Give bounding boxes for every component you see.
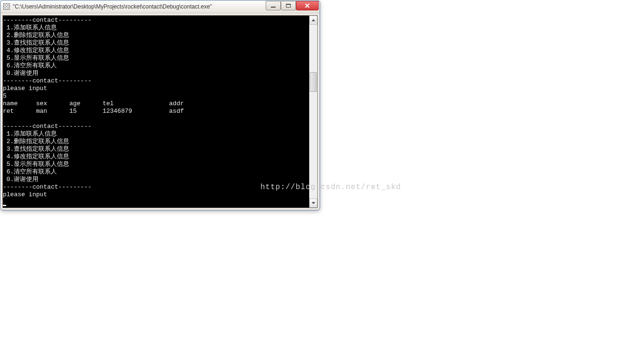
cursor	[3, 205, 6, 206]
window-buttons	[266, 3, 319, 10]
app-icon	[3, 3, 10, 10]
console-window: "C:\Users\Administrator\Desktop\MyProjec…	[0, 0, 320, 210]
maximize-button[interactable]	[281, 1, 296, 10]
scroll-track[interactable]	[309, 25, 317, 199]
vertical-scrollbar[interactable]	[309, 16, 317, 208]
scroll-down-button[interactable]	[309, 199, 317, 208]
titlebar[interactable]: "C:\Users\Administrator\Desktop\MyProjec…	[0, 0, 320, 13]
scroll-thumb[interactable]	[310, 72, 317, 92]
chevron-up-icon	[312, 19, 315, 21]
window-title: "C:\Users\Administrator\Desktop\MyProjec…	[13, 3, 266, 10]
close-button[interactable]	[296, 1, 319, 10]
console-output[interactable]: --------contact--------- 1.添加联系人信息 2.删除指…	[3, 16, 309, 208]
chevron-down-icon	[312, 202, 315, 204]
minimize-button[interactable]	[266, 1, 281, 10]
scroll-up-button[interactable]	[309, 16, 317, 25]
client-area: --------contact--------- 1.添加联系人信息 2.删除指…	[2, 15, 318, 208]
